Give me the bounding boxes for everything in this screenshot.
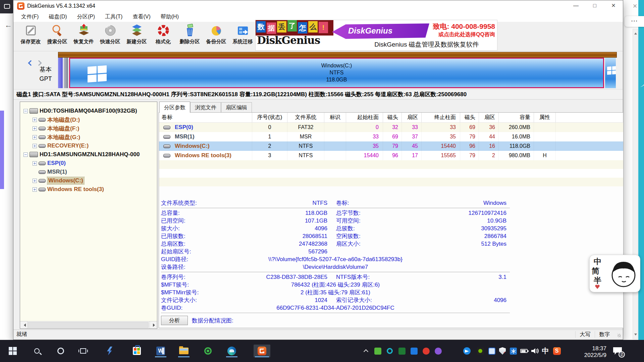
expand-icon[interactable] <box>33 144 37 148</box>
cortana-button[interactable] <box>53 345 69 357</box>
scroll-right-icon[interactable] <box>150 321 157 328</box>
col-flag[interactable]: 标识 <box>324 113 346 122</box>
col-volume-label[interactable]: 卷标 <box>159 113 252 122</box>
scroll-left-icon[interactable] <box>20 321 28 328</box>
more-options-button[interactable]: ⋯ <box>625 16 644 27</box>
tab-partition-params[interactable]: 分区参数 <box>159 102 190 113</box>
expand-icon[interactable] <box>33 161 37 166</box>
background-scrollbar[interactable] <box>633 29 638 339</box>
table-row-windows-re[interactable]: Windows RE tools(3) 3 NTFS 15440 96 17 1… <box>159 151 623 160</box>
col-end-cyl[interactable]: 终止柱面 <box>422 113 460 122</box>
tree-item-local-f[interactable]: 本地磁盘(F:) <box>20 124 157 133</box>
partition-block-esp[interactable] <box>58 58 63 88</box>
tree-item-windows-re[interactable]: Windows RE tools(3) <box>20 185 157 194</box>
titlebar[interactable]: DiskGenius V5.4.3.1342 x64 — □ ✕ <box>13 0 623 12</box>
promo-banner[interactable]: 数 据 丢 了 怎 么 ! DiskGenius DiskGenius 致电: … <box>255 20 497 51</box>
col-index-status[interactable]: 序号(状态) <box>252 113 287 122</box>
tree-item-recovery-e[interactable]: RECOVERY(E:) <box>20 141 157 150</box>
tree-item-local-d[interactable]: 本地磁盘(D:) <box>20 115 157 124</box>
table-header[interactable]: 卷标 序号(状态) 文件系统 标识 起始柱面 磁头 扇区 终止柱面 磁头 扇区 … <box>159 113 623 123</box>
analyze-button[interactable]: 分析 <box>161 316 188 325</box>
background-close-icon[interactable]: ✕ <box>630 2 640 11</box>
col-end-sector[interactable]: 扇区 <box>479 113 499 122</box>
taskbar-app-browser[interactable] <box>200 345 216 357</box>
start-button[interactable] <box>5 345 21 357</box>
col-start-sector[interactable]: 扇区 <box>402 113 422 122</box>
back-arrow-icon[interactable]: ← <box>5 21 12 29</box>
table-row-esp[interactable]: ESP(0) 0 FAT32 0 32 33 33 69 36 260.0MB <box>159 123 623 132</box>
partition-block-re-tools[interactable] <box>605 58 616 88</box>
tree-item-hd0[interactable]: HD0:TOSHIBAMQ04ABF100(932GB) <box>20 107 157 115</box>
backup-partition-button[interactable]: 备份分区 <box>203 22 229 51</box>
quick-partition-button[interactable]: 快速分区 <box>97 22 123 51</box>
tray-icon-red[interactable] <box>421 346 431 356</box>
col-end-head[interactable]: 磁头 <box>460 113 479 122</box>
maximize-button[interactable]: □ <box>585 0 604 12</box>
collapse-icon[interactable] <box>23 109 28 113</box>
col-attr[interactable]: 属性 <box>534 113 556 122</box>
banner-qq-link[interactable]: 或点击此处选择QQ咨询 <box>433 31 495 38</box>
taskbar-app-diskgenius-active[interactable] <box>254 345 270 357</box>
tree-horizontal-scrollbar[interactable] <box>20 321 157 328</box>
tray-ime-mode[interactable]: 中 <box>540 346 550 356</box>
menu-file[interactable]: 文件(F) <box>16 12 44 21</box>
tab-browse-files[interactable]: 浏览文件 <box>190 102 221 112</box>
tree-item-esp[interactable]: ESP(0) <box>20 159 157 168</box>
system-migration-button[interactable]: 系统迁移 <box>229 22 256 51</box>
expand-icon[interactable] <box>33 135 37 139</box>
col-capacity[interactable]: 容量 <box>499 113 534 122</box>
expand-icon[interactable] <box>33 118 37 122</box>
tray-icon-green[interactable] <box>373 346 383 356</box>
partition-block-windows-c[interactable]: Windows(C:) NTFS 118.0GB <box>69 58 604 88</box>
minimize-button[interactable]: — <box>567 0 585 12</box>
tray-icon-darkgreen[interactable] <box>397 346 407 356</box>
expand-icon[interactable] <box>33 179 37 183</box>
tray-defender[interactable] <box>497 346 507 356</box>
tray-battery[interactable] <box>519 346 529 356</box>
col-start-cyl[interactable]: 起始柱面 <box>346 113 383 122</box>
disk-header-strip[interactable] <box>58 52 617 58</box>
save-changes-button[interactable]: 保存更改 <box>17 22 44 51</box>
table-row-msr[interactable]: MSR(1) 1 MSR 33 69 37 35 79 44 16.0MB <box>159 132 623 141</box>
partition-block-msr[interactable] <box>64 58 68 88</box>
scroll-up-icon[interactable] <box>634 31 637 35</box>
menu-view[interactable]: 查看(V) <box>127 12 155 21</box>
tree-item-hd1[interactable]: HD1:SAMSUNGMZNLN128HAHQ-000 <box>20 150 157 159</box>
table-row-windows-c-selected[interactable]: Windows(C:) 2 NTFS 35 79 45 15440 96 16 … <box>159 141 623 151</box>
tray-sogou[interactable]: S <box>552 346 562 356</box>
tray-show-hidden[interactable] <box>361 346 371 356</box>
close-button[interactable]: ✕ <box>604 0 623 12</box>
taskbar-app-edge[interactable] <box>224 345 240 357</box>
partition-tree-panel[interactable]: HD0:TOSHIBAMQ04ABF100(932GB) 本地磁盘(D:) 本地… <box>20 102 157 329</box>
new-partition-button[interactable]: 新建分区 <box>123 22 150 51</box>
tree-item-msr[interactable]: MSR(1) <box>20 168 157 176</box>
expand-icon[interactable] <box>33 126 37 131</box>
tray-dingtalk[interactable] <box>462 346 472 356</box>
tray-snowflake[interactable] <box>508 346 518 356</box>
scrollbar-thumb[interactable] <box>28 322 149 328</box>
tree-item-local-g[interactable]: 本地磁盘(G:) <box>20 133 157 141</box>
tray-icon-teal[interactable] <box>385 346 395 356</box>
menu-tools[interactable]: 工具(T) <box>100 12 127 21</box>
recover-files-button[interactable]: 恢复文件 <box>70 22 97 51</box>
collapse-icon[interactable] <box>23 153 28 157</box>
tray-intel[interactable] <box>487 346 497 356</box>
tray-icon-purple[interactable] <box>433 346 443 356</box>
delete-partition-button[interactable]: 删除分区 <box>176 22 203 51</box>
resize-grip[interactable] <box>614 331 623 338</box>
taskbar-app-flash[interactable] <box>102 345 118 357</box>
tree-item-windows-c[interactable]: Windows(C:) <box>20 176 157 185</box>
sogou-ime-panel[interactable]: 中 简 半 <box>589 255 640 292</box>
tray-volume[interactable] <box>530 346 540 356</box>
format-button[interactable]: 格式化 <box>150 22 176 51</box>
expand-icon[interactable] <box>33 187 37 192</box>
menu-partition[interactable]: 分区(P) <box>72 12 100 21</box>
tab-sector-edit[interactable]: 扇区编辑 <box>221 102 252 112</box>
col-filesystem[interactable]: 文件系统 <box>287 113 324 122</box>
scroll-down-icon[interactable] <box>634 334 637 337</box>
menu-disk[interactable]: 磁盘(D) <box>44 12 72 21</box>
taskbar-search-button[interactable] <box>29 345 45 357</box>
taskbar-app-store[interactable] <box>129 345 145 357</box>
task-view-button[interactable] <box>75 345 91 357</box>
search-partition-button[interactable]: 搜索分区 <box>44 22 70 51</box>
